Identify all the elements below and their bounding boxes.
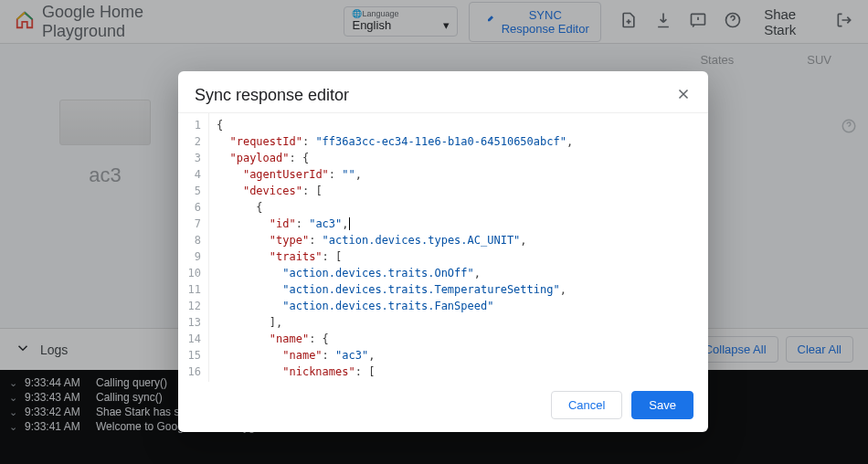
modal-title: Sync response editor [195,86,349,105]
code-editor[interactable]: 12345678910111213141516 { "requestId": "… [178,112,708,382]
save-button[interactable]: Save [631,391,693,419]
cancel-button[interactable]: Cancel [551,391,622,419]
line-gutter: 12345678910111213141516 [178,113,209,382]
sync-response-editor-modal: Sync response editor 1234567891011121314… [178,71,708,432]
code-content[interactable]: { "requestId": "ff36a3cc-ec34-11e6-b1a0-… [209,113,708,382]
close-icon[interactable] [675,86,692,105]
